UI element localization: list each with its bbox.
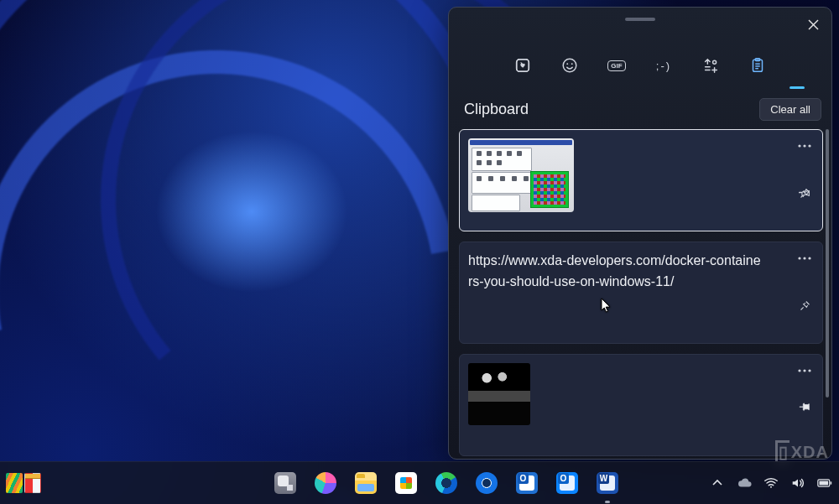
taskview-icon <box>274 472 296 494</box>
taskbar <box>0 461 839 504</box>
clipboard-thumbnail <box>468 363 530 425</box>
microsoft-store-icon <box>395 472 417 494</box>
svg-rect-25 <box>819 481 828 486</box>
copilot-icon <box>315 472 336 494</box>
kaomoji-label: ;-) <box>656 60 671 72</box>
volume-tray-icon[interactable] <box>790 475 805 491</box>
widgets-button[interactable] <box>5 469 42 497</box>
drag-handle[interactable] <box>625 18 655 21</box>
svg-point-22 <box>770 486 772 488</box>
close-button[interactable] <box>803 14 823 34</box>
svg-point-5 <box>566 63 568 65</box>
gif-label: GIF <box>607 60 625 71</box>
edge-icon <box>435 472 457 494</box>
svg-rect-24 <box>831 481 832 484</box>
system-tray <box>710 475 839 491</box>
tab-gif[interactable]: GIF <box>605 54 628 77</box>
item-pin-button[interactable] <box>794 397 816 418</box>
svg-point-21 <box>808 369 810 372</box>
outlook-new-icon <box>556 472 578 494</box>
svg-point-14 <box>803 144 805 147</box>
file-explorer-icon <box>355 472 377 494</box>
item-pin-button[interactable] <box>794 294 816 316</box>
wifi-tray-icon[interactable] <box>763 475 779 491</box>
svg-point-17 <box>803 257 805 259</box>
active-tab-indicator <box>789 86 805 89</box>
taskbar-app-outlook-classic[interactable] <box>510 466 544 500</box>
gift-icon <box>24 473 41 493</box>
widget-icon <box>6 473 23 493</box>
svg-point-19 <box>798 369 800 372</box>
svg-point-20 <box>803 369 805 372</box>
clipboard-text: https://www.xda-developers.com/docker-co… <box>468 251 763 293</box>
tab-kaomoji[interactable]: ;-) <box>652 54 675 77</box>
clear-all-button[interactable]: Clear all <box>759 98 821 121</box>
tab-recent[interactable] <box>511 54 534 77</box>
clipboard-item[interactable] <box>459 354 823 456</box>
taskbar-app-taskview[interactable] <box>268 466 302 500</box>
battery-tray-icon[interactable] <box>817 475 832 491</box>
clipboard-thumbnail <box>468 138 574 212</box>
section-title: Clipboard <box>464 101 529 118</box>
taskbar-app-explorer[interactable] <box>349 466 383 500</box>
taskbar-app-word[interactable] <box>591 466 624 500</box>
svg-point-6 <box>571 63 573 65</box>
item-more-button[interactable] <box>794 360 816 382</box>
svg-point-15 <box>808 144 810 147</box>
word-icon <box>597 472 618 494</box>
taskbar-center <box>268 466 624 500</box>
svg-point-18 <box>808 257 810 259</box>
taskbar-app-settings[interactable] <box>470 466 503 500</box>
svg-point-7 <box>713 60 717 64</box>
svg-point-13 <box>798 144 800 147</box>
settings-icon <box>476 472 498 494</box>
taskbar-app-outlook-new[interactable] <box>550 466 584 500</box>
item-pin-button[interactable] <box>794 182 816 204</box>
outlook-icon <box>516 472 538 494</box>
tab-symbols[interactable] <box>699 54 722 77</box>
onedrive-tray-icon[interactable] <box>737 475 752 491</box>
category-tabs: GIF ;-) <box>449 46 831 85</box>
taskbar-app-copilot[interactable] <box>309 466 342 500</box>
clipboard-item[interactable] <box>459 129 823 231</box>
tab-clipboard[interactable] <box>746 54 769 77</box>
svg-point-16 <box>798 257 800 259</box>
tab-emoji[interactable] <box>558 54 581 77</box>
emoji-clipboard-panel: GIF ;-) Clipboard Clear all <box>448 7 832 460</box>
taskbar-app-store[interactable] <box>389 466 423 500</box>
tray-overflow-button[interactable] <box>710 475 725 491</box>
clipboard-item[interactable]: https://www.xda-developers.com/docker-co… <box>459 242 823 344</box>
taskbar-app-edge[interactable] <box>430 466 463 500</box>
clipboard-item-list: https://www.xda-developers.com/docker-co… <box>449 129 831 459</box>
item-more-button[interactable] <box>794 247 816 269</box>
item-more-button[interactable] <box>794 135 816 157</box>
scrollbar[interactable] <box>826 129 829 397</box>
svg-point-4 <box>563 59 576 72</box>
